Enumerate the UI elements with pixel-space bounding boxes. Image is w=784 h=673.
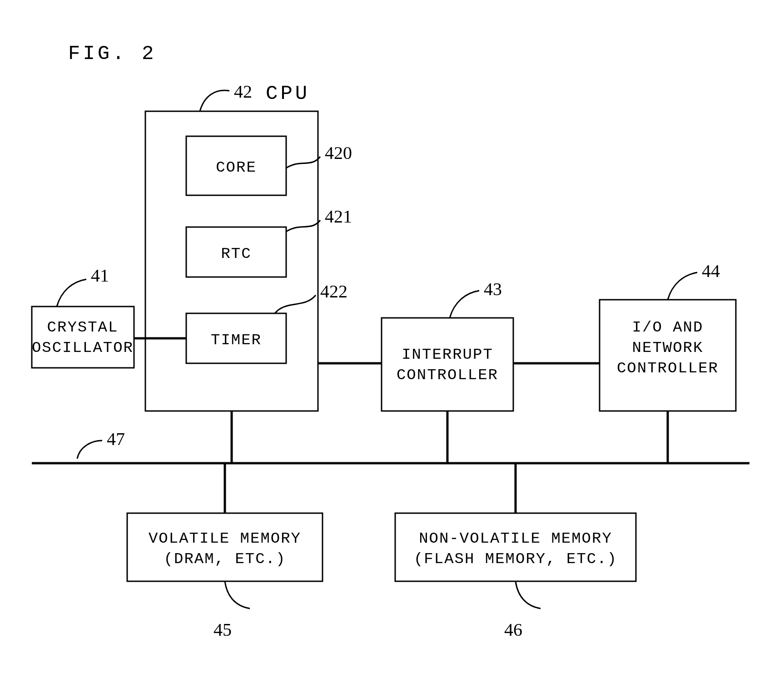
leader-nonvolatile: [516, 581, 541, 609]
label-core: CORE: [216, 159, 257, 176]
leader-crystal: [57, 279, 86, 307]
label-timer: TIMER: [211, 332, 262, 349]
leader-interrupt: [450, 291, 479, 318]
label-interrupt-2: CONTROLLER: [397, 366, 498, 384]
leader-volatile: [225, 581, 250, 609]
leader-io: [668, 272, 697, 300]
label-crystal-oscillator-2: OSCILLATOR: [32, 339, 134, 356]
ref-nonvolatile-memory: 46: [504, 619, 522, 640]
label-interrupt-1: INTERRUPT: [402, 346, 493, 363]
leader-bus: [77, 440, 102, 459]
ref-crystal-oscillator: 41: [91, 265, 109, 286]
label-crystal-oscillator-1: CRYSTAL: [47, 319, 119, 336]
block-nonvolatile-memory: [395, 513, 636, 581]
label-nonvolatile-2: (FLASH MEMORY, ETC.): [414, 550, 617, 568]
ref-timer: 422: [320, 281, 347, 302]
diagram-canvas: FIG. 2 47 42 CPU CORE 420 RTC 421 TIMER …: [0, 0, 784, 673]
figure-title: FIG. 2: [68, 42, 156, 65]
ref-rtc: 421: [325, 206, 352, 227]
ref-bus: 47: [107, 429, 125, 449]
leader-cpu: [200, 90, 229, 111]
label-volatile-2: (DRAM, ETC.): [164, 550, 286, 568]
ref-volatile-memory: 45: [213, 619, 232, 640]
block-volatile-memory: [127, 513, 323, 581]
ref-core: 420: [325, 143, 352, 163]
ref-cpu: 42: [234, 81, 252, 102]
label-io-2: NETWORK: [632, 339, 704, 356]
block-crystal-oscillator: [32, 307, 134, 368]
ref-interrupt-controller: 43: [484, 279, 502, 299]
label-cpu: CPU: [266, 82, 310, 105]
label-volatile-1: VOLATILE MEMORY: [149, 530, 301, 547]
label-io-1: I/O AND: [632, 319, 704, 336]
ref-io-network-controller: 44: [702, 261, 720, 281]
label-nonvolatile-1: NON-VOLATILE MEMORY: [419, 530, 612, 547]
label-rtc: RTC: [221, 245, 251, 262]
label-io-3: CONTROLLER: [617, 360, 719, 377]
block-interrupt-controller: [382, 318, 513, 411]
